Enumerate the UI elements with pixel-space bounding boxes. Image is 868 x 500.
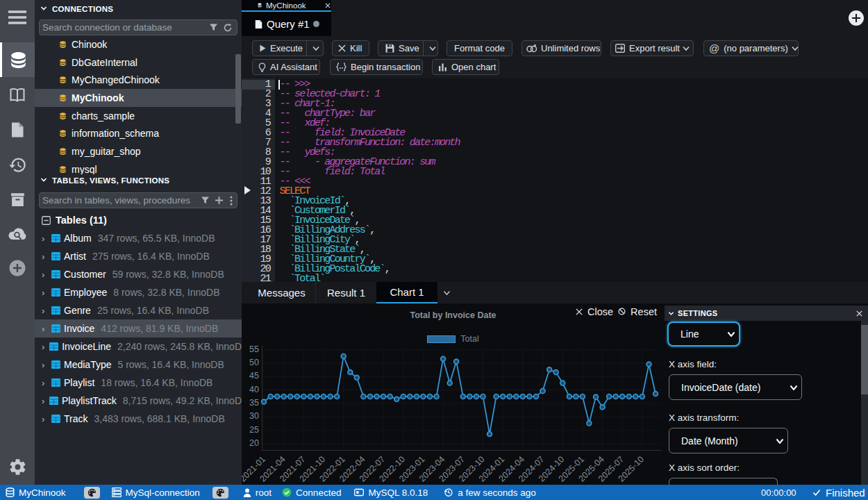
svg-text:35: 35	[249, 398, 259, 408]
svg-text:45: 45	[249, 371, 259, 381]
svg-text:30: 30	[249, 411, 259, 421]
svg-text:20: 20	[249, 438, 259, 448]
svg-text:50: 50	[249, 358, 259, 367]
svg-text:55: 55	[249, 344, 259, 354]
svg-text:25: 25	[249, 425, 259, 435]
svg-text:40: 40	[249, 385, 259, 394]
